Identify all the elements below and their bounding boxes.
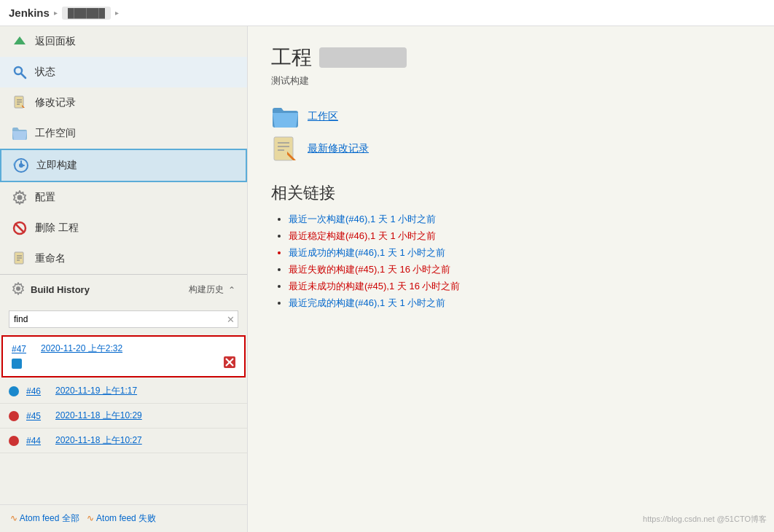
sidebar-item-label-config: 配置 bbox=[35, 191, 55, 204]
arrow-up-icon bbox=[12, 34, 28, 50]
search-clear-icon[interactable]: ✕ bbox=[227, 314, 235, 325]
svg-line-14 bbox=[15, 224, 25, 233]
svg-point-19 bbox=[16, 286, 20, 291]
build-date-44: 2020-11-18 上午10:27 bbox=[55, 434, 142, 447]
header: Jenkins ▸ ██████ ▸ bbox=[0, 0, 774, 26]
page-title-blurred bbox=[319, 47, 407, 68]
sidebar-item-label-build-now: 立即构建 bbox=[36, 159, 77, 172]
related-link-4[interactable]: 最近未成功的构建(#45),1 天 16 小时之前 bbox=[289, 281, 461, 292]
sidebar-item-label-rename: 重命名 bbox=[35, 252, 66, 265]
related-link-item-3: 最近失败的构建(#45),1 天 16 小时之前 bbox=[289, 263, 751, 276]
build-status-ball-46 bbox=[9, 386, 19, 396]
search-icon bbox=[12, 64, 28, 80]
atom-feed-icon1: ∿ bbox=[10, 513, 17, 523]
sidebar-item-label-delete: 删除 工程 bbox=[35, 222, 79, 235]
build-item-44[interactable]: #44 2020-11-18 上午10:27 bbox=[0, 429, 247, 453]
related-link-2[interactable]: 最近成功的构建(#46),1 天 1 小时之前 bbox=[289, 247, 445, 258]
folder-icon bbox=[12, 125, 28, 141]
sidebar-item-workspace[interactable]: 工作空间 bbox=[0, 118, 247, 149]
latest-changes-link[interactable]: 最新修改记录 bbox=[308, 142, 369, 155]
build-num-46[interactable]: #46 bbox=[26, 386, 48, 396]
build-history-title-section: Build History bbox=[12, 282, 189, 297]
related-link-3[interactable]: 最近失败的构建(#45),1 天 16 小时之前 bbox=[289, 264, 451, 275]
clock-icon bbox=[13, 157, 29, 173]
sidebar-item-delete[interactable]: 删除 工程 bbox=[0, 213, 247, 243]
build-delete-icon-47[interactable] bbox=[224, 356, 235, 370]
sidebar-item-label-workspace: 工作空间 bbox=[35, 127, 76, 140]
page-subtitle: 测试构建 bbox=[271, 74, 751, 87]
doc-icon bbox=[12, 95, 28, 111]
sidebar-footer: ∿ Atom feed 全部 ∿ Atom feed 失败 bbox=[0, 504, 247, 532]
related-link-item-0: 最近一次构建(#46),1 天 1 小时之前 bbox=[289, 213, 751, 226]
build-history-label-cn: 构建历史 bbox=[189, 283, 224, 296]
search-input[interactable] bbox=[9, 310, 238, 328]
page-title: 工程 bbox=[271, 44, 751, 71]
ban-icon bbox=[12, 220, 28, 236]
build-item-47[interactable]: #47 2020-11-20 上午2:32 bbox=[1, 335, 246, 378]
related-link-5[interactable]: 最近完成的构建(#46),1 天 1 小时之前 bbox=[289, 297, 445, 308]
build-item-47-row: #47 2020-11-20 上午2:32 bbox=[12, 343, 235, 355]
content-link-workspace: 工作区 bbox=[271, 105, 751, 128]
build-num-44[interactable]: #44 bbox=[26, 436, 48, 446]
related-link-item-5: 最近完成的构建(#46),1 天 1 小时之前 bbox=[289, 297, 751, 310]
sidebar-item-label-status: 状态 bbox=[35, 66, 55, 79]
chevron-up-icon[interactable]: ⌃ bbox=[228, 285, 235, 295]
search-wrapper: ✕ bbox=[9, 310, 238, 328]
content-links: 工作区 最新修改记录 bbox=[271, 105, 751, 162]
build-item-45[interactable]: #45 2020-11-18 上午10:29 bbox=[0, 404, 247, 429]
related-links-list: 最近一次构建(#46),1 天 1 小时之前 最近稳定构建(#46),1 天 1… bbox=[271, 213, 751, 310]
build-date-45: 2020-11-18 上午10:29 bbox=[55, 410, 142, 422]
sidebar-item-changelog[interactable]: 修改记录 bbox=[0, 87, 247, 118]
build-list: #47 2020-11-20 上午2:32 #46 2020-11-19 上午1… bbox=[0, 334, 247, 504]
related-links-title: 相关链接 bbox=[271, 182, 751, 204]
build-status-ball-44 bbox=[9, 436, 19, 446]
build-history-gear-icon bbox=[12, 282, 25, 297]
breadcrumb-item1[interactable]: ██████ bbox=[62, 7, 111, 20]
sidebar-item-label-return: 返回面板 bbox=[35, 35, 76, 48]
related-link-1[interactable]: 最近稳定构建(#46),1 天 1 小时之前 bbox=[289, 230, 436, 241]
page-title-text: 工程 bbox=[271, 44, 312, 71]
build-item-46[interactable]: #46 2020-11-19 上午1:17 bbox=[0, 379, 247, 404]
sidebar-item-rename[interactable]: 重命名 bbox=[0, 243, 247, 274]
related-link-item-2: 最近成功的构建(#46),1 天 1 小时之前 bbox=[289, 246, 751, 259]
main-layout: 返回面板 状态 修改记录 工作空间 立即构建 bbox=[0, 26, 774, 532]
rename-icon bbox=[12, 251, 28, 267]
breadcrumb-sep1: ▸ bbox=[54, 9, 58, 17]
build-date-46: 2020-11-19 上午1:17 bbox=[55, 385, 137, 397]
related-link-item-4: 最近未成功的构建(#45),1 天 16 小时之前 bbox=[289, 280, 751, 293]
gear-icon bbox=[12, 189, 28, 206]
atom-feed-all-link[interactable]: Atom feed 全部 bbox=[20, 513, 79, 523]
watermark: https://blog.csdn.net @51CTO博客 bbox=[643, 514, 767, 525]
build-status-ball-45 bbox=[9, 411, 19, 421]
build-history-header: Build History 构建历史 ⌃ bbox=[0, 274, 247, 305]
workspace-link[interactable]: 工作区 bbox=[308, 110, 338, 123]
build-num-45[interactable]: #45 bbox=[26, 411, 48, 421]
search-box-wrapper: ✕ bbox=[0, 305, 247, 334]
build-item-47-inner: #47 2020-11-20 上午2:32 bbox=[12, 343, 235, 370]
svg-marker-0 bbox=[14, 36, 26, 44]
atom-feed-icon2: ∿ bbox=[87, 513, 94, 523]
build-date-47: 2020-11-20 上午2:32 bbox=[41, 343, 122, 355]
build-num-47[interactable]: #47 bbox=[12, 344, 34, 354]
sidebar: 返回面板 状态 修改记录 工作空间 立即构建 bbox=[0, 26, 248, 532]
sidebar-item-return-panel[interactable]: 返回面板 bbox=[0, 26, 247, 57]
svg-line-2 bbox=[21, 74, 26, 78]
build-history-title-text: Build History bbox=[31, 284, 90, 295]
svg-point-12 bbox=[17, 195, 23, 200]
jenkins-logo: Jenkins bbox=[9, 7, 50, 19]
breadcrumb-sep2: ▸ bbox=[115, 9, 119, 17]
build-item-47-status-row bbox=[12, 356, 235, 370]
content-doc-icon bbox=[271, 136, 299, 162]
related-link-item-1: 最近稳定构建(#46),1 天 1 小时之前 bbox=[289, 230, 751, 243]
sidebar-item-status[interactable]: 状态 bbox=[0, 57, 247, 87]
sidebar-item-config[interactable]: 配置 bbox=[0, 182, 247, 213]
atom-feed-failed-link[interactable]: Atom feed 失败 bbox=[96, 513, 156, 523]
sidebar-item-build-now[interactable]: 立即构建 bbox=[0, 149, 247, 182]
sidebar-item-label-changelog: 修改记录 bbox=[35, 96, 76, 109]
content-link-latest-changes: 最新修改记录 bbox=[271, 136, 751, 162]
related-link-0[interactable]: 最近一次构建(#46),1 天 1 小时之前 bbox=[289, 214, 436, 224]
content-area: 工程 测试构建 工作区 bbox=[248, 26, 774, 532]
content-folder-icon bbox=[271, 105, 299, 128]
build-status-ball-47 bbox=[12, 359, 22, 369]
